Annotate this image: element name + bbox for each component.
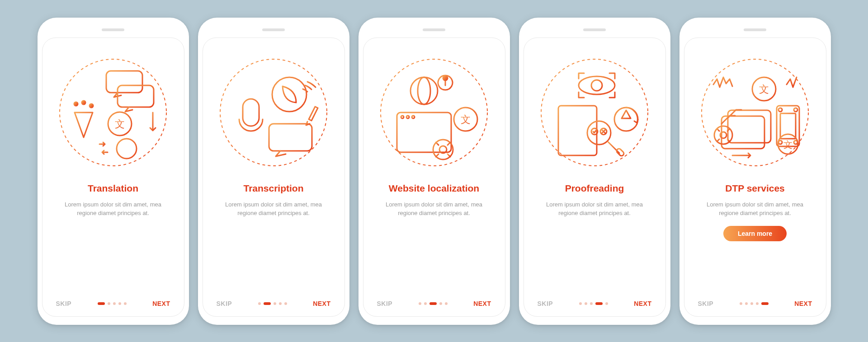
onboarding-footer: SKIP NEXT	[213, 297, 335, 308]
svg-point-59	[591, 80, 602, 91]
svg-line-54	[436, 154, 439, 157]
content-area: DTP services Lorem ipsum dolor sit dim a…	[694, 178, 816, 297]
dtp-services-icon: 文 文	[694, 47, 816, 178]
transcription-icon	[213, 47, 335, 178]
dot	[419, 302, 421, 305]
phone-frame: 文 文 DTP services Lorem ipsum dolor sit d…	[679, 18, 831, 325]
dot	[118, 302, 121, 305]
svg-point-58	[541, 59, 648, 166]
dot	[108, 302, 110, 305]
dot	[756, 302, 759, 305]
phone-frame: 文 Website localization Lorem ipsum dolor…	[359, 18, 510, 325]
onboarding-screen: 文 Translation Lorem ipsum dolor sit dim …	[42, 37, 184, 317]
website-localization-icon: 文	[373, 47, 495, 178]
skip-button[interactable]: SKIP	[377, 300, 393, 307]
proofreading-icon	[534, 47, 656, 178]
svg-line-82	[717, 129, 719, 131]
svg-rect-4	[118, 85, 154, 107]
screen-description: Lorem ipsum dolor sit dim amet, mea regi…	[59, 200, 167, 218]
dot	[750, 302, 753, 305]
screen-title: Translation	[88, 183, 138, 194]
svg-text:文: 文	[115, 118, 125, 130]
next-button[interactable]: NEXT	[794, 300, 812, 307]
content-area: Website localization Lorem ipsum dolor s…	[373, 178, 495, 297]
svg-line-55	[448, 142, 450, 145]
svg-point-87	[778, 108, 782, 112]
dot	[98, 302, 105, 305]
svg-point-37	[443, 76, 448, 80]
onboarding-footer: SKIP NEXT	[534, 297, 656, 308]
learn-more-button[interactable]: Learn more	[723, 226, 787, 241]
dot	[595, 302, 603, 305]
page-indicator	[579, 302, 608, 305]
screen-description: Lorem ipsum dolor sit dim amet, mea regi…	[540, 200, 649, 218]
page-indicator	[419, 302, 448, 305]
svg-line-52	[436, 142, 439, 145]
dot	[585, 302, 587, 305]
dot	[740, 302, 742, 305]
svg-point-71	[702, 59, 808, 166]
content-area: Transcription Lorem ipsum dolor sit dim …	[213, 178, 335, 297]
svg-rect-91	[780, 113, 796, 139]
svg-line-53	[448, 154, 450, 157]
dot	[745, 302, 748, 305]
svg-point-65	[587, 121, 611, 145]
svg-line-84	[717, 139, 719, 141]
svg-point-12	[74, 102, 78, 106]
phone-frame: Proofreading Lorem ipsum dolor sit dim a…	[519, 18, 670, 325]
next-button[interactable]: NEXT	[313, 300, 330, 307]
screen-description: Lorem ipsum dolor sit dim amet, mea regi…	[701, 200, 809, 218]
svg-point-42	[412, 116, 415, 118]
skip-button[interactable]: SKIP	[56, 300, 72, 307]
onboarding-screen: 文 文 DTP services Lorem ipsum dolor sit d…	[684, 37, 826, 317]
dot	[258, 302, 261, 305]
next-button[interactable]: NEXT	[473, 300, 491, 307]
onboarding-footer: SKIP NEXT	[373, 297, 495, 308]
svg-point-17	[272, 77, 307, 112]
svg-point-40	[401, 116, 404, 118]
onboarding-screen: Proofreading Lorem ipsum dolor sit dim a…	[524, 37, 666, 317]
page-indicator	[258, 302, 287, 305]
translation-icon: 文	[52, 47, 174, 178]
dot	[124, 302, 127, 305]
dot	[579, 302, 582, 305]
svg-point-14	[90, 104, 93, 108]
svg-rect-18	[243, 99, 259, 126]
dot	[284, 302, 287, 305]
svg-rect-1	[106, 71, 142, 93]
svg-text:文: 文	[759, 84, 769, 95]
svg-point-10	[82, 101, 85, 104]
onboarding-screen: Transcription Lorem ipsum dolor sit dim …	[203, 37, 345, 317]
dot	[761, 302, 769, 305]
content-area: Proofreading Lorem ipsum dolor sit dim a…	[534, 178, 656, 297]
dot	[439, 302, 442, 305]
page-indicator	[98, 302, 127, 305]
svg-point-88	[794, 108, 797, 112]
svg-rect-67	[616, 148, 625, 157]
dot	[445, 302, 448, 305]
svg-line-66	[608, 142, 619, 153]
dot	[264, 302, 271, 305]
dot	[424, 302, 427, 305]
screen-title: Transcription	[243, 183, 303, 194]
dot	[274, 302, 276, 305]
skip-button[interactable]: SKIP	[538, 300, 553, 307]
dot	[113, 302, 116, 305]
next-button[interactable]: NEXT	[634, 300, 651, 307]
phone-frame: 文 Translation Lorem ipsum dolor sit dim …	[38, 18, 189, 325]
svg-text:文: 文	[461, 114, 471, 125]
svg-text:文: 文	[783, 140, 793, 150]
skip-button[interactable]: SKIP	[217, 300, 232, 307]
dot	[605, 302, 608, 305]
screen-title: DTP services	[725, 183, 785, 194]
screen-title: Proofreading	[565, 183, 624, 194]
onboarding-screen: 文 Website localization Lorem ipsum dolor…	[363, 37, 505, 317]
dot	[279, 302, 282, 305]
skip-button[interactable]: SKIP	[698, 300, 714, 307]
dot	[590, 302, 593, 305]
svg-point-41	[406, 116, 409, 118]
page-indicator	[740, 302, 769, 305]
svg-point-15	[117, 139, 137, 159]
screen-description: Lorem ipsum dolor sit dim amet, mea regi…	[380, 200, 488, 218]
next-button[interactable]: NEXT	[152, 300, 170, 307]
